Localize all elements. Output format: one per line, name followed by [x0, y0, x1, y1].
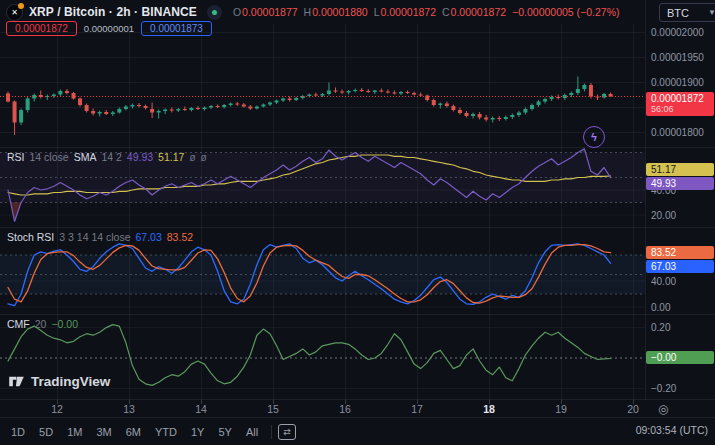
- buy-button[interactable]: 0.00001873: [141, 21, 212, 36]
- time-label-12: 12: [44, 403, 70, 415]
- cmf-legend: CMF 20 −0.00: [7, 318, 78, 330]
- sell-button[interactable]: 0.00001872: [6, 21, 77, 36]
- time-label-13: 13: [116, 403, 142, 415]
- range-ytd[interactable]: YTD: [148, 423, 184, 441]
- market-status-icon[interactable]: [207, 5, 222, 20]
- notification-dot-icon: [18, 3, 24, 9]
- axis-price-label: 40.00: [651, 276, 676, 287]
- axis-price-label: 20.00: [651, 210, 676, 221]
- high-value: 0.00001880: [312, 6, 367, 18]
- go-to-date-icon[interactable]: ⇄: [278, 424, 296, 440]
- close-value: 0.00001872: [451, 6, 506, 18]
- rsi-title[interactable]: RSI: [7, 151, 25, 163]
- range-all[interactable]: All: [239, 423, 265, 441]
- tradingview-mark-icon: [8, 373, 25, 390]
- range-5d[interactable]: 5D: [32, 423, 60, 441]
- tradingview-logo[interactable]: TradingView: [8, 373, 110, 390]
- stoch-d-badge: 83.52: [646, 246, 714, 259]
- stoch-title[interactable]: Stoch RSI: [7, 231, 54, 243]
- range-3m[interactable]: 3M: [89, 423, 118, 441]
- tradingview-chart-app: ✕ XRP / Bitcoin · 2h · BINANCE O0.000018…: [0, 0, 715, 445]
- pane-separator[interactable]: [0, 147, 715, 148]
- axis-price-label: 0.00002000: [651, 27, 704, 38]
- rsi-sma-badge: 51.17: [646, 163, 714, 176]
- range-1d[interactable]: 1D: [4, 423, 32, 441]
- order-buttons: 0.00001872 0.00000001 0.00001873: [6, 21, 212, 36]
- price-axis-border: [645, 0, 646, 400]
- axis-price-label: −0.20: [651, 383, 676, 394]
- flash-icon[interactable]: ϟ: [583, 126, 605, 148]
- last-price-badge: 0.00001872 56:06: [646, 92, 714, 116]
- bottom-toolbar: 1D5D1M3M6MYTD1Y5YAll ⇄: [0, 418, 715, 445]
- xrp-logo-icon: ✕: [6, 4, 23, 21]
- range-1m[interactable]: 1M: [60, 423, 89, 441]
- rsi-sma-value: 51.17: [158, 151, 184, 163]
- ohlc-values: O0.00001877 H0.00001880 L0.00001872 C0.0…: [233, 6, 620, 18]
- stoch-legend: Stoch RSI 3 3 14 14 close 67.03 83.52: [7, 231, 193, 243]
- currency-dropdown[interactable]: BTC ▼: [659, 3, 715, 22]
- stoch-k-value: 67.03: [136, 231, 162, 243]
- time-label-20: 20: [620, 403, 646, 415]
- range-6m[interactable]: 6M: [119, 423, 148, 441]
- cmf-value: −0.00: [51, 318, 78, 330]
- symbol-legend: ✕ XRP / Bitcoin · 2h · BINANCE O0.000018…: [6, 4, 620, 20]
- rsi-value: 49.93: [127, 151, 153, 163]
- chevron-down-icon: ▼: [708, 8, 715, 17]
- time-axis[interactable]: 121314151617181920 ◎: [0, 400, 715, 418]
- axis-price-label: 0.00001900: [651, 77, 704, 88]
- candles: [6, 77, 613, 136]
- time-label-18: 18: [476, 403, 502, 415]
- time-label-16: 16: [332, 403, 358, 415]
- cmf-badge: −0.00: [646, 351, 714, 364]
- hidden-value-icon[interactable]: ø: [189, 152, 195, 163]
- change-value: −0.00000005 (−0.27%): [512, 6, 619, 18]
- toolbar-divider: [271, 425, 272, 439]
- time-label-15: 15: [260, 403, 286, 415]
- pane-separator[interactable]: [0, 314, 715, 315]
- rsi-sma-title[interactable]: SMA: [74, 151, 97, 163]
- range-1y[interactable]: 1Y: [184, 423, 211, 441]
- hidden-value-icon[interactable]: ø: [201, 152, 207, 163]
- stoch-d-value: 83.52: [167, 231, 193, 243]
- axis-price-label: 0.00: [651, 302, 670, 313]
- stoch-k-badge: 67.03: [646, 260, 714, 273]
- clock-utc[interactable]: 09:03:54 (UTC): [636, 424, 708, 436]
- main-price-chart[interactable]: [0, 24, 645, 148]
- cmf-title[interactable]: CMF: [7, 318, 30, 330]
- scroll-to-realtime-icon[interactable]: ◎: [658, 402, 668, 416]
- spread-value: 0.00000001: [84, 23, 134, 34]
- time-label-17: 17: [404, 403, 430, 415]
- rsi-badge: 49.93: [646, 177, 714, 190]
- axis-price-label: 0.00001950: [651, 52, 704, 63]
- bar-countdown: 56:06: [651, 104, 714, 115]
- time-label-14: 14: [188, 403, 214, 415]
- open-value: 0.00001877: [242, 6, 297, 18]
- range-5y[interactable]: 5Y: [211, 423, 238, 441]
- axis-price-label: 0.20: [651, 322, 670, 333]
- symbol-title[interactable]: XRP / Bitcoin · 2h · BINANCE: [29, 5, 197, 19]
- low-value: 0.00001872: [381, 6, 436, 18]
- rsi-legend: RSI 14 close SMA 14 2 49.93 51.17 ø ø: [7, 151, 207, 163]
- time-label-19: 19: [548, 403, 574, 415]
- axis-price-label: 0.00001800: [651, 127, 704, 138]
- pane-separator[interactable]: [0, 227, 715, 228]
